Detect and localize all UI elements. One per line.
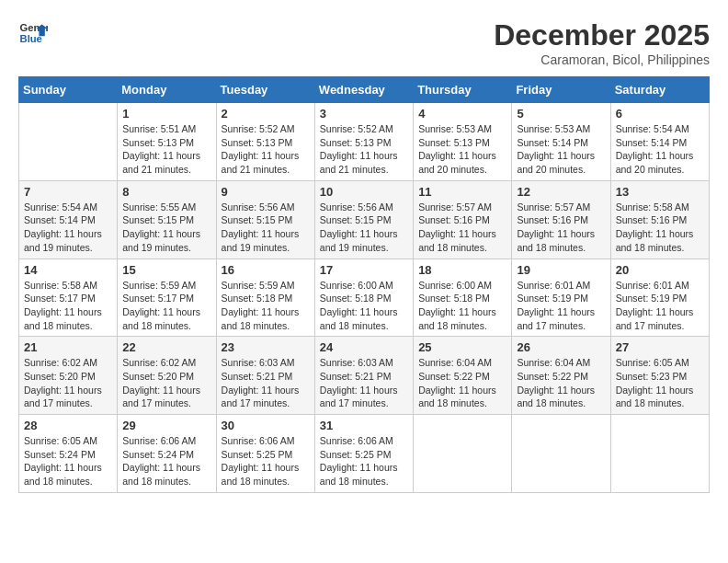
day-info: Sunrise: 6:05 AM Sunset: 5:23 PM Dayligh… (616, 356, 704, 410)
day-info: Sunrise: 6:02 AM Sunset: 5:20 PM Dayligh… (24, 356, 112, 410)
day-number: 26 (517, 340, 605, 354)
day-info: Sunrise: 6:01 AM Sunset: 5:19 PM Dayligh… (616, 279, 704, 333)
day-info: Sunrise: 5:53 AM Sunset: 5:13 PM Dayligh… (418, 122, 506, 177)
day-info: Sunrise: 5:59 AM Sunset: 5:17 PM Dayligh… (122, 279, 210, 333)
calendar-cell: 20Sunrise: 6:01 AM Sunset: 5:19 PM Dayli… (610, 259, 709, 337)
day-number: 31 (320, 419, 408, 432)
location-subtitle: Caramoran, Bicol, Philippines (494, 52, 710, 67)
calendar-week-row: 1Sunrise: 5:51 AM Sunset: 5:13 PM Daylig… (19, 103, 710, 181)
calendar-cell: 2Sunrise: 5:52 AM Sunset: 5:13 PM Daylig… (216, 103, 314, 181)
day-info: Sunrise: 6:01 AM Sunset: 5:19 PM Dayligh… (517, 279, 605, 333)
day-info: Sunrise: 5:56 AM Sunset: 5:15 PM Dayligh… (320, 201, 408, 255)
day-info: Sunrise: 5:52 AM Sunset: 5:13 PM Dayligh… (222, 122, 310, 177)
calendar-week-row: 7Sunrise: 5:54 AM Sunset: 5:14 PM Daylig… (19, 180, 710, 259)
day-number: 16 (222, 263, 310, 277)
calendar-cell: 14Sunrise: 5:58 AM Sunset: 5:17 PM Dayli… (19, 259, 118, 337)
day-number: 12 (517, 185, 605, 199)
page-header: General Blue December 2025 Caramoran, Bi… (18, 18, 710, 67)
day-number: 19 (517, 263, 605, 277)
calendar-cell: 10Sunrise: 5:56 AM Sunset: 5:15 PM Dayli… (314, 180, 413, 259)
calendar-cell: 30Sunrise: 6:06 AM Sunset: 5:25 PM Dayli… (216, 415, 314, 493)
calendar-cell: 26Sunrise: 6:04 AM Sunset: 5:22 PM Dayli… (512, 337, 610, 415)
day-number: 15 (122, 263, 210, 277)
day-info: Sunrise: 5:58 AM Sunset: 5:17 PM Dayligh… (24, 279, 112, 333)
day-info: Sunrise: 5:57 AM Sunset: 5:16 PM Dayligh… (418, 201, 506, 255)
day-number: 23 (222, 340, 310, 354)
day-info: Sunrise: 5:56 AM Sunset: 5:15 PM Dayligh… (222, 201, 310, 255)
day-info: Sunrise: 5:54 AM Sunset: 5:14 PM Dayligh… (616, 122, 704, 177)
weekday-header-monday: Monday (118, 77, 216, 103)
day-number: 4 (418, 107, 506, 121)
day-number: 2 (222, 107, 310, 121)
weekday-header-sunday: Sunday (19, 77, 118, 103)
day-info: Sunrise: 6:00 AM Sunset: 5:18 PM Dayligh… (418, 279, 506, 333)
day-number: 24 (320, 340, 408, 354)
calendar-cell: 25Sunrise: 6:04 AM Sunset: 5:22 PM Dayli… (414, 337, 512, 415)
day-number: 13 (616, 185, 704, 199)
calendar-cell: 24Sunrise: 6:03 AM Sunset: 5:21 PM Dayli… (314, 337, 413, 415)
day-number: 7 (24, 185, 112, 199)
day-info: Sunrise: 5:58 AM Sunset: 5:16 PM Dayligh… (616, 201, 704, 255)
day-number: 17 (320, 263, 408, 277)
calendar-body: 1Sunrise: 5:51 AM Sunset: 5:13 PM Daylig… (19, 103, 710, 493)
calendar-cell (19, 103, 118, 181)
calendar-cell: 31Sunrise: 6:06 AM Sunset: 5:25 PM Dayli… (314, 415, 413, 493)
day-info: Sunrise: 6:04 AM Sunset: 5:22 PM Dayligh… (517, 356, 605, 410)
day-info: Sunrise: 6:00 AM Sunset: 5:18 PM Dayligh… (320, 279, 408, 333)
calendar-cell (610, 415, 709, 493)
day-number: 18 (418, 263, 506, 277)
calendar-cell: 4Sunrise: 5:53 AM Sunset: 5:13 PM Daylig… (414, 103, 512, 181)
calendar-cell: 19Sunrise: 6:01 AM Sunset: 5:19 PM Dayli… (512, 259, 610, 337)
calendar-cell (414, 415, 512, 493)
calendar-week-row: 14Sunrise: 5:58 AM Sunset: 5:17 PM Dayli… (19, 259, 710, 337)
calendar-cell: 23Sunrise: 6:03 AM Sunset: 5:21 PM Dayli… (216, 337, 314, 415)
day-number: 10 (320, 185, 408, 199)
calendar-cell: 1Sunrise: 5:51 AM Sunset: 5:13 PM Daylig… (118, 103, 216, 181)
day-number: 3 (320, 107, 408, 121)
svg-text:Blue: Blue (20, 33, 42, 44)
day-number: 28 (24, 419, 112, 432)
day-number: 22 (122, 340, 210, 354)
calendar-header-row: SundayMondayTuesdayWednesdayThursdayFrid… (19, 77, 710, 103)
logo-icon: General Blue (18, 18, 48, 48)
day-info: Sunrise: 5:59 AM Sunset: 5:18 PM Dayligh… (222, 279, 310, 333)
calendar-cell: 3Sunrise: 5:52 AM Sunset: 5:13 PM Daylig… (314, 103, 413, 181)
calendar-cell: 6Sunrise: 5:54 AM Sunset: 5:14 PM Daylig… (610, 103, 709, 181)
day-number: 20 (616, 263, 704, 277)
calendar-cell: 28Sunrise: 6:05 AM Sunset: 5:24 PM Dayli… (19, 415, 118, 493)
day-number: 25 (418, 340, 506, 354)
calendar-week-row: 21Sunrise: 6:02 AM Sunset: 5:20 PM Dayli… (19, 337, 710, 415)
weekday-header-saturday: Saturday (610, 77, 709, 103)
weekday-header-friday: Friday (512, 77, 610, 103)
day-info: Sunrise: 6:05 AM Sunset: 5:24 PM Dayligh… (24, 434, 112, 488)
day-number: 30 (222, 419, 310, 432)
calendar-cell (512, 415, 610, 493)
calendar-cell: 17Sunrise: 6:00 AM Sunset: 5:18 PM Dayli… (314, 259, 413, 337)
title-section: December 2025 Caramoran, Bicol, Philippi… (494, 18, 710, 67)
day-info: Sunrise: 6:06 AM Sunset: 5:25 PM Dayligh… (320, 434, 408, 488)
calendar-cell: 8Sunrise: 5:55 AM Sunset: 5:15 PM Daylig… (118, 180, 216, 259)
weekday-header-tuesday: Tuesday (216, 77, 314, 103)
calendar-cell: 12Sunrise: 5:57 AM Sunset: 5:16 PM Dayli… (512, 180, 610, 259)
day-number: 9 (222, 185, 310, 199)
day-number: 29 (122, 419, 210, 432)
day-info: Sunrise: 5:51 AM Sunset: 5:13 PM Dayligh… (122, 122, 210, 177)
calendar-cell: 5Sunrise: 5:53 AM Sunset: 5:14 PM Daylig… (512, 103, 610, 181)
day-info: Sunrise: 5:55 AM Sunset: 5:15 PM Dayligh… (122, 201, 210, 255)
day-info: Sunrise: 6:04 AM Sunset: 5:22 PM Dayligh… (418, 356, 506, 410)
day-number: 8 (122, 185, 210, 199)
day-number: 21 (24, 340, 112, 354)
day-info: Sunrise: 6:03 AM Sunset: 5:21 PM Dayligh… (222, 356, 310, 410)
day-info: Sunrise: 6:03 AM Sunset: 5:21 PM Dayligh… (320, 356, 408, 410)
day-number: 27 (616, 340, 704, 354)
calendar-cell: 15Sunrise: 5:59 AM Sunset: 5:17 PM Dayli… (118, 259, 216, 337)
calendar-cell: 27Sunrise: 6:05 AM Sunset: 5:23 PM Dayli… (610, 337, 709, 415)
calendar-cell: 9Sunrise: 5:56 AM Sunset: 5:15 PM Daylig… (216, 180, 314, 259)
calendar-cell: 21Sunrise: 6:02 AM Sunset: 5:20 PM Dayli… (19, 337, 118, 415)
day-number: 6 (616, 107, 704, 121)
day-info: Sunrise: 6:06 AM Sunset: 5:24 PM Dayligh… (122, 434, 210, 488)
day-number: 1 (122, 107, 210, 121)
day-info: Sunrise: 5:54 AM Sunset: 5:14 PM Dayligh… (24, 201, 112, 255)
calendar-cell: 22Sunrise: 6:02 AM Sunset: 5:20 PM Dayli… (118, 337, 216, 415)
logo: General Blue (18, 18, 48, 48)
